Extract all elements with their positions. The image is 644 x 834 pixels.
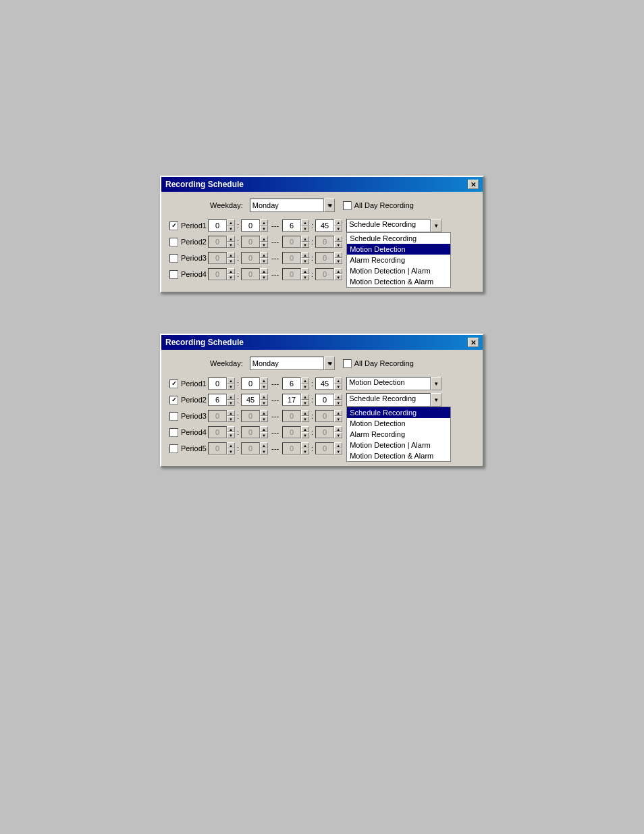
period-1-type-btn[interactable]: ▼	[431, 219, 441, 232]
period-4-eh-input[interactable]	[282, 268, 301, 280]
d2-p4-sm-input[interactable]	[241, 426, 260, 438]
period-1-end-h: ▲ ▼	[282, 219, 309, 232]
period-1-start-m-down[interactable]: ▼	[260, 226, 268, 232]
period-3-em-input[interactable]	[315, 252, 334, 264]
d2-p2-sm-input[interactable]	[241, 394, 260, 406]
d2-p5-eh-input[interactable]	[282, 442, 301, 454]
weekday-combo-btn-1[interactable]: ▼	[324, 199, 335, 212]
weekday-combo-1[interactable]	[250, 199, 324, 212]
period-2-end-m-input[interactable]	[315, 236, 334, 248]
d2-p5-em-input[interactable]	[315, 442, 334, 454]
period-2-start-h-input[interactable]	[208, 236, 227, 248]
d2-period-2-type-btn[interactable]: ▼	[431, 393, 441, 407]
d2-period-4-checkbox[interactable]	[169, 428, 178, 437]
weekday-label-2: Weekday:	[210, 359, 243, 367]
title-bar-1: Recording Schedule ✕	[161, 177, 483, 192]
allday-checkbox-2[interactable]	[343, 359, 352, 368]
period-3-checkbox[interactable]	[169, 254, 178, 263]
period-1-start-h-input[interactable]	[208, 219, 227, 232]
d2-period-1-checkbox[interactable]	[169, 380, 178, 388]
period-2-start-m-down[interactable]: ▼	[260, 242, 268, 248]
d2-dropdown-motion-detection[interactable]: Motion Detection	[347, 418, 450, 429]
weekday-combo-2[interactable]	[250, 357, 324, 370]
d2-period-1-type-btn[interactable]: ▼	[431, 377, 441, 390]
d2-period-2-checkbox[interactable]	[169, 396, 178, 405]
dropdown-item-schedule-recording-1[interactable]: Schedule Recording	[347, 233, 450, 244]
period-3-sh-up[interactable]: ▲	[227, 252, 235, 258]
d2-p4-em-input[interactable]	[315, 426, 334, 438]
period-4-checkbox[interactable]	[169, 270, 178, 279]
d2-period-1-type-wrapper: Motion Detection ▼	[346, 377, 441, 390]
d2-period-1-label: Period1	[169, 380, 207, 388]
d2-dropdown-motion-alarm-and[interactable]: Motion Detection & Alarm	[347, 450, 450, 461]
period-1-end-h-down[interactable]: ▼	[301, 226, 309, 232]
d2-dropdown-schedule-recording[interactable]: Schedule Recording	[347, 407, 450, 418]
d2-p3-em-input[interactable]	[315, 410, 334, 422]
period-2-end-h-input[interactable]	[282, 236, 301, 248]
d2-dropdown-alarm-recording[interactable]: Alarm Recording	[347, 429, 450, 440]
close-button-2[interactable]: ✕	[468, 338, 479, 347]
period-1-end-h-up[interactable]: ▲	[301, 219, 309, 226]
period-3-sm-input[interactable]	[241, 252, 260, 264]
d2-p4-eh-input[interactable]	[282, 426, 301, 438]
dropdown-item-alarm-recording-1[interactable]: Alarm Recording	[347, 255, 450, 265]
d2-period-3-checkbox[interactable]	[169, 412, 178, 421]
d2-p1-sh-input[interactable]	[208, 377, 227, 390]
d2-period-4-label: Period4	[169, 428, 207, 437]
period-2-end-h-up[interactable]: ▲	[301, 236, 309, 242]
period-1-start-h-up[interactable]: ▲	[227, 219, 235, 226]
period-2-end-m-down[interactable]: ▼	[334, 242, 342, 248]
period-2-start-m-up[interactable]: ▲	[260, 236, 268, 242]
d2-p1-em-input[interactable]	[315, 377, 334, 390]
d2-p2-em-input[interactable]	[315, 394, 334, 406]
period-1-start-h-btns: ▲ ▼	[227, 219, 235, 232]
d2-period-2-type-input[interactable]: Schedule Recording	[346, 393, 431, 407]
d2-p1-sm-input[interactable]	[241, 377, 260, 390]
period-1-end-m-input[interactable]	[315, 219, 334, 232]
close-button-1[interactable]: ✕	[468, 180, 479, 189]
d2-period-1-type-input[interactable]: Motion Detection	[346, 377, 431, 390]
d2-p3-sm-input[interactable]	[241, 410, 260, 422]
period-4-em-input[interactable]	[315, 268, 334, 280]
d2-p3-eh-input[interactable]	[282, 410, 301, 422]
period-1-end-m-btns: ▲ ▼	[334, 219, 342, 232]
dropdown-item-motion-alarm-1[interactable]: Motion Detection | Alarm	[347, 265, 450, 276]
period-3-eh-input[interactable]	[282, 252, 301, 264]
period-1-start-m-input[interactable]	[241, 219, 260, 232]
d2-p5-sh-input[interactable]	[208, 442, 227, 454]
d2-p3-sh-input[interactable]	[208, 410, 227, 422]
dropdown-item-motion-detection-1[interactable]: Motion Detection	[347, 244, 450, 255]
dropdown-item-motion-alarm-and-1[interactable]: Motion Detection & Alarm	[347, 276, 450, 287]
period-1-end-m-down[interactable]: ▼	[334, 226, 342, 232]
period-1-start-m-up[interactable]: ▲	[260, 219, 268, 226]
d2-dropdown-motion-alarm[interactable]: Motion Detection | Alarm	[347, 440, 450, 450]
period-4-sm-input[interactable]	[241, 268, 260, 280]
period-2-start-h-down[interactable]: ▼	[227, 242, 235, 248]
allday-checkbox-1[interactable]	[343, 201, 352, 210]
period-1-start-h-down[interactable]: ▼	[227, 226, 235, 232]
d2-p2-eh-input[interactable]	[282, 394, 301, 406]
period-1-type-input[interactable]: Schedule Recording	[346, 219, 431, 232]
period-1-start-m-btns: ▲ ▼	[260, 219, 268, 232]
period-3-sh-down[interactable]: ▼	[227, 258, 235, 264]
period-2-start-h-up[interactable]: ▲	[227, 236, 235, 242]
period-2-end-m-up[interactable]: ▲	[334, 236, 342, 242]
dialog-1-title: Recording Schedule	[165, 180, 244, 189]
d2-p4-sh-input[interactable]	[208, 426, 227, 438]
period-1-checkbox[interactable]	[169, 221, 178, 230]
d2-p2-sh-input[interactable]	[208, 394, 227, 406]
weekday-combo-btn-2[interactable]: ▼	[324, 357, 335, 370]
period-2-start-m-input[interactable]	[241, 236, 260, 248]
period-4-sh-input[interactable]	[208, 268, 227, 280]
title-bar-2: Recording Schedule ✕	[161, 335, 483, 350]
period-1-end-m-up[interactable]: ▲	[334, 219, 342, 226]
period-1-end-h-btns: ▲ ▼	[301, 219, 309, 232]
period-3-sh-input[interactable]	[208, 252, 227, 264]
d2-p1-eh-input[interactable]	[282, 377, 301, 390]
d2-p5-sm-input[interactable]	[241, 442, 260, 454]
d2-period-5-checkbox[interactable]	[169, 444, 178, 453]
period-2-checkbox[interactable]	[169, 238, 178, 246]
period-1-end-h-input[interactable]	[282, 219, 301, 232]
period-2-end-h-down[interactable]: ▼	[301, 242, 309, 248]
dialog-2: Recording Schedule ✕ Weekday: ▼ All Day …	[160, 334, 484, 467]
